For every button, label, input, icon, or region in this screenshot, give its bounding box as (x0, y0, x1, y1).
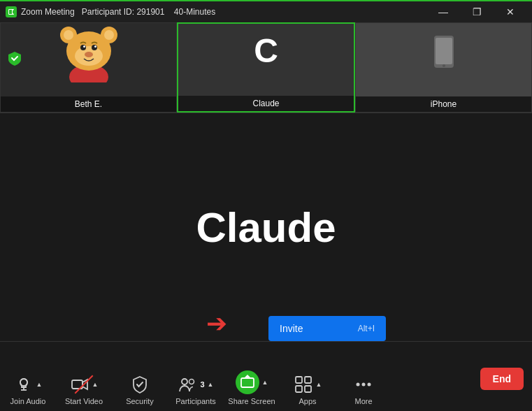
main-area: View (0, 22, 532, 341)
share-screen-caret[interactable]: ▲ (262, 379, 268, 386)
title-bar: Zoom Meeting Participant ID: 291901 40-M… (0, 0, 532, 22)
share-screen-button[interactable]: ▲ Share Screen (224, 356, 280, 405)
svg-point-15 (92, 45, 97, 50)
svg-marker-2 (13, 10, 14, 14)
close-button[interactable]: ✕ (494, 1, 526, 23)
thumb-claude-initial: C (254, 31, 278, 70)
thumb-iphone-name: iPhone (356, 96, 531, 112)
apps-label: Apps (299, 397, 316, 405)
thumb-claude[interactable]: C Claude (177, 22, 355, 113)
svg-point-18 (85, 52, 93, 57)
thumb-beth[interactable]: Beth E. (0, 22, 177, 113)
share-screen-green-bg (236, 370, 259, 394)
svg-point-27 (182, 379, 187, 384)
participants-caret[interactable]: ▲ (208, 381, 214, 388)
security-label: Security (126, 397, 154, 405)
svg-point-17 (94, 45, 96, 48)
join-audio-label: Join Audio (10, 397, 46, 405)
svg-point-37 (362, 383, 366, 387)
svg-rect-32 (296, 377, 302, 383)
security-button[interactable]: Security (112, 356, 168, 405)
svg-rect-29 (241, 378, 254, 387)
svg-rect-35 (305, 386, 311, 392)
join-audio-caret[interactable]: ▲ (36, 381, 43, 388)
svg-rect-1 (9, 10, 12, 14)
join-audio-button[interactable]: ▲ Join Audio (0, 356, 56, 405)
title-left: Zoom Meeting Participant ID: 291901 40-M… (6, 6, 215, 17)
participants-icon-wrap: 3 ▲ (178, 375, 213, 394)
share-screen-icon-wrap: ▲ (236, 370, 268, 394)
thumb-iphone[interactable]: iPhone (355, 22, 532, 113)
big-name: Claude (0, 113, 532, 341)
start-video-button[interactable]: ▲ Start Video (56, 356, 112, 405)
maximize-button[interactable]: ❐ (461, 1, 493, 23)
invite-label: Invite (280, 323, 303, 334)
invite-popup[interactable]: Invite Alt+I (268, 316, 386, 341)
share-screen-label: Share Screen (228, 397, 275, 405)
participants-count: 3 (200, 380, 204, 389)
svg-rect-34 (296, 386, 302, 392)
end-button[interactable]: End (480, 368, 524, 390)
svg-rect-33 (305, 377, 311, 383)
start-video-caret[interactable]: ▲ (92, 381, 99, 388)
title-text: Zoom Meeting Participant ID: 291901 40-M… (21, 7, 215, 17)
shield-icon (7, 50, 22, 66)
more-button[interactable]: More (336, 356, 391, 405)
participants-label: Participants (175, 397, 215, 405)
svg-marker-31 (245, 375, 250, 377)
svg-point-28 (189, 380, 194, 384)
title-controls: — ❐ ✕ (427, 1, 526, 23)
start-video-label: Start Video (65, 397, 103, 405)
svg-point-14 (80, 45, 86, 50)
svg-point-38 (368, 383, 371, 387)
start-video-icon-wrap: ▲ (70, 375, 99, 394)
zoom-logo (6, 6, 17, 17)
svg-point-21 (443, 64, 445, 67)
apps-button[interactable]: ▲ Apps (280, 356, 336, 405)
toolbar: ▲ Join Audio ▲ Start Video Security (0, 341, 532, 411)
thumb-claude-name: Claude (178, 96, 354, 111)
svg-rect-20 (436, 38, 452, 64)
security-icon-wrap (130, 375, 150, 394)
thumbnails-row: View (0, 22, 532, 113)
svg-rect-25 (72, 380, 82, 389)
invite-shortcut: Alt+I (358, 324, 375, 333)
svg-point-16 (83, 45, 85, 48)
thumb-beth-name: Beth E. (1, 96, 176, 112)
svg-point-12 (104, 30, 114, 40)
apps-icon-wrap: ▲ (294, 375, 322, 394)
join-audio-icon-wrap: ▲ (14, 375, 43, 394)
svg-point-10 (64, 30, 73, 40)
red-arrow: ➔ (206, 311, 227, 336)
minimize-button[interactable]: — (427, 1, 459, 23)
participants-button[interactable]: 3 ▲ Participants (168, 356, 224, 405)
svg-marker-26 (82, 380, 87, 389)
more-icon-wrap (354, 375, 373, 394)
svg-point-36 (357, 383, 360, 387)
apps-caret[interactable]: ▲ (316, 381, 322, 388)
more-label: More (354, 397, 372, 405)
